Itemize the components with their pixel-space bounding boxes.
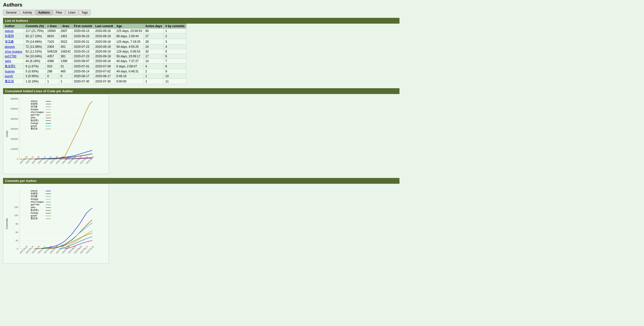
col-by-commits: # by commits: [164, 24, 186, 29]
data-cell: 2020-09-16: [94, 29, 115, 33]
data-cell: 28: [144, 39, 164, 44]
data-cell: 5 (0.93%): [24, 69, 46, 74]
author-link[interactable]: 张宝豪: [5, 40, 14, 43]
data-cell: 54 (10.04%): [24, 54, 46, 59]
data-cell: 381: [59, 54, 72, 59]
author-cell[interactable]: huangy: [3, 69, 24, 74]
svg-text:集佳男1: 集佳男1: [31, 209, 39, 211]
data-cell: 125 days, 23:58:53: [115, 29, 144, 33]
author-link[interactable]: gyh7790: [5, 55, 16, 58]
author-link[interactable]: wanzq: [5, 29, 14, 33]
data-cell: 2020-09-19: [94, 44, 115, 49]
author-cell[interactable]: 孙晨翔: [3, 33, 24, 39]
commits-y-label: Commits: [5, 186, 8, 261]
author-cell[interactable]: guoyh: [3, 74, 24, 79]
author-cell[interactable]: zhou huaguo: [3, 49, 24, 54]
col-first-commit: First commit: [72, 24, 94, 29]
data-cell: 1399: [59, 59, 72, 64]
data-cell: 56 days, 23:09:17: [115, 54, 144, 59]
tab-activity[interactable]: Activity: [20, 10, 35, 15]
table-row: huangy5 (0.93%)2984652020-05-142020-07-0…: [3, 69, 186, 74]
tab-bar: General Activity Authors Files Lines Tag…: [3, 10, 399, 15]
data-cell: 2020-05-13: [72, 29, 94, 33]
data-cell: 6: [164, 54, 186, 59]
cumulated-lines-chart: Lines 0 100000 200000 300000 400000: [3, 94, 109, 174]
author-link[interactable]: 集佳男1: [5, 64, 16, 68]
author-cell[interactable]: yehy: [3, 59, 24, 64]
author-cell[interactable]: dongyq: [3, 44, 24, 49]
svg-text:600000: 600000: [11, 98, 18, 100]
data-cell: 1: [59, 79, 72, 84]
author-cell[interactable]: wanzq: [3, 29, 24, 33]
author-link[interactable]: 孙晨翔: [5, 34, 14, 38]
data-cell: 49 days, 0:48:31: [115, 69, 144, 74]
data-cell: 72 (13.38%): [24, 44, 46, 49]
table-row: 张宝豪79 (14.68%)710330222020-05-212020-09-…: [3, 39, 186, 44]
data-cell: 8: [164, 64, 186, 69]
author-link[interactable]: huangy: [5, 70, 15, 73]
author-link[interactable]: 董近强: [5, 79, 14, 83]
data-cell: 129 days, 0:06:53: [115, 49, 144, 54]
authors-table: Author Commits (%) + lines - lines First…: [3, 24, 186, 84]
data-cell: 88 days, 1:59:44: [115, 33, 144, 39]
data-cell: 2020-07-30: [72, 79, 94, 84]
data-cell: 2020-09-16: [94, 59, 115, 64]
svg-text:300000: 300000: [11, 128, 18, 130]
data-cell: 120 days, 7:19:25: [115, 39, 144, 44]
svg-text:200000: 200000: [11, 138, 18, 140]
col-plus-lines: + lines: [46, 24, 59, 29]
author-link[interactable]: guoyh: [5, 74, 13, 78]
table-row: zhou huaguo62 (11.52%)5492261062422020-0…: [3, 49, 186, 54]
author-link[interactable]: zhou huaguo: [5, 50, 22, 53]
data-cell: 11: [164, 79, 186, 84]
svg-text:wanzq: wanzq: [30, 100, 37, 102]
data-cell: 465: [59, 69, 72, 74]
data-cell: 16560: [46, 29, 59, 33]
svg-text:zhou huaguo: zhou huaguo: [31, 111, 44, 113]
svg-text:0: 0: [17, 248, 18, 250]
data-cell: 2020-05-13: [72, 49, 94, 54]
author-link[interactable]: dongyq: [5, 45, 15, 49]
author-cell[interactable]: 张宝豪: [3, 39, 24, 44]
data-cell: 4: [164, 44, 186, 49]
data-cell: 298: [46, 69, 59, 74]
svg-text:集佳男1: 集佳男1: [31, 119, 39, 122]
col-last-commit: Last commit: [94, 24, 115, 29]
svg-text:wanzq: wanzq: [30, 190, 37, 192]
data-cell: 17: [144, 54, 164, 59]
data-cell: 0: [46, 74, 59, 79]
svg-text:60: 60: [16, 231, 18, 234]
data-cell: 2020-07-23: [72, 54, 94, 59]
table-header-row: Author Commits (%) + lines - lines First…: [3, 24, 186, 29]
tab-tags[interactable]: Tags: [79, 10, 91, 15]
author-cell[interactable]: 集佳男1: [3, 64, 24, 69]
cumulated-chart-inner: 0 100000 200000 300000 400000 500000 600…: [9, 96, 106, 172]
col-commits: Commits (%): [24, 24, 46, 29]
table-row: gyh779054 (10.04%)43573812020-07-232020-…: [3, 54, 186, 59]
author-cell[interactable]: 董近强: [3, 79, 24, 84]
data-cell: 1: [144, 74, 164, 79]
data-cell: 2020-07-23: [72, 44, 94, 49]
tab-general[interactable]: General: [3, 10, 19, 15]
tab-lines[interactable]: Lines: [65, 10, 78, 15]
commits-chart-inner: 0 40 60 80 100 120: [9, 186, 106, 261]
tab-files[interactable]: Files: [53, 10, 65, 15]
data-cell: 2: [164, 33, 186, 39]
data-cell: 2020-07-30: [94, 79, 115, 84]
data-cell: 2020-07-02: [94, 69, 115, 74]
svg-text:孙晨翔: 孙晨翔: [31, 192, 37, 195]
author-cell[interactable]: gyh7790: [3, 54, 24, 59]
tab-authors[interactable]: Authors: [35, 10, 53, 15]
svg-text:dongyq: dongyq: [31, 198, 38, 200]
data-cell: 2020-09-19: [94, 33, 115, 39]
data-cell: 31: [59, 64, 72, 69]
svg-text:张宝豪: 张宝豪: [31, 195, 37, 198]
data-cell: 549226: [46, 49, 59, 54]
data-cell: 1: [144, 79, 164, 84]
col-author: Author: [3, 24, 24, 29]
author-link[interactable]: yehy: [5, 59, 11, 63]
data-cell: 24: [144, 44, 164, 49]
svg-text:dongyq: dongyq: [31, 108, 38, 111]
svg-text:huangy: huangy: [31, 122, 38, 124]
data-cell: 1: [46, 79, 59, 84]
